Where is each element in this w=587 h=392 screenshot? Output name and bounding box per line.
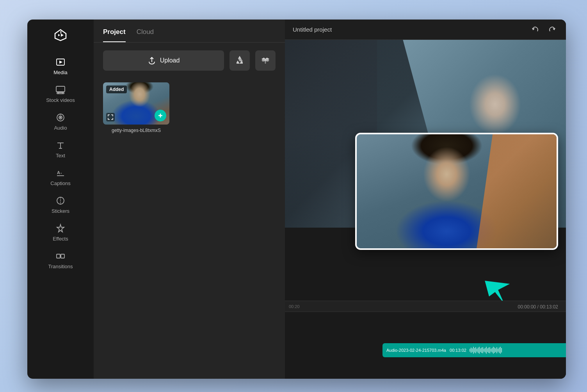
timeline-track-area: Audio-2023-02-24-215703.m4a 00:13:02 [285,312,566,379]
app-logo[interactable] [52,27,69,44]
expand-icon[interactable] [106,113,115,121]
fullscreen-icon [108,114,113,120]
svg-rect-4 [56,86,65,92]
cursor-arrow-shape [485,274,514,301]
sidebar-item-label-effects: Effects [53,236,68,242]
app-container: Media Stock videos Audio [27,20,566,379]
svg-text:A: A [57,170,60,175]
upload-icon [148,56,156,65]
logo-icon [53,28,68,42]
effects-icon [55,223,66,233]
add-to-timeline-button[interactable] [155,110,166,121]
sidebar-item-label-media: Media [53,69,67,75]
dropbox-button[interactable] [255,50,276,71]
floating-video-thumbnail[interactable] [355,133,558,250]
upload-button[interactable]: Upload [103,50,224,71]
header-actions [529,23,558,36]
tab-project[interactable]: Project [103,28,126,42]
svg-point-10 [60,117,61,118]
sidebar-item-label-text: Text [56,153,65,159]
google-drive-button[interactable] [229,50,250,71]
stock-videos-icon [55,85,66,95]
undo-icon [532,26,539,34]
media-icon [55,57,66,67]
sidebar: Media Stock videos Audio [27,20,94,379]
dropbox-icon [261,56,270,65]
upload-button-label: Upload [160,57,180,64]
audio-track[interactable]: Audio-2023-02-24-215703.m4a 00:13:02 [382,343,566,357]
svg-point-1 [60,31,62,32]
media-thumbnail[interactable]: Added [103,82,169,125]
time-display: 00:00:00 / 00:13:02 [518,304,558,310]
sidebar-item-label-transitions: Transitions [48,264,73,269]
svg-rect-21 [57,254,60,258]
plus-icon [157,112,164,119]
media-grid: Added [94,78,285,139]
preview-header: Untitled project [285,20,566,40]
captions-icon: A * [55,168,66,178]
svg-rect-5 [57,93,64,94]
undo-button[interactable] [529,23,542,36]
sidebar-item-media[interactable]: Media [27,52,94,80]
timeline-marker-20: 00:20 [289,304,300,309]
stickers-icon [55,196,66,206]
svg-rect-22 [61,254,64,258]
timeline-ruler: 00:00:00 / 00:13:02 00:20 [285,301,566,312]
sidebar-item-stock-videos[interactable]: Stock videos [27,80,94,108]
svg-text:*: * [60,172,62,176]
sidebar-item-audio[interactable]: Audio [27,108,94,135]
svg-marker-3 [59,61,62,64]
sidebar-item-text[interactable]: Text [27,135,94,163]
svg-marker-20 [57,225,64,232]
project-title: Untitled project [293,26,529,33]
sidebar-item-stickers[interactable]: Stickers [27,191,94,219]
redo-button[interactable] [546,23,558,36]
media-panel-tabs: Project Cloud [94,20,285,43]
audio-icon [55,112,66,123]
media-panel: Project Cloud Upload [94,20,285,379]
sidebar-item-label-stickers: Stickers [52,208,69,214]
sidebar-item-effects[interactable]: Effects [27,219,94,246]
google-drive-icon [235,56,244,65]
timeline-area: 00:00:00 / 00:13:02 00:20 Audio-2023-02-… [285,301,566,379]
media-item-name: getty-images-bL8txmxS [103,128,169,133]
redo-icon [548,26,556,34]
added-badge: Added [106,86,127,93]
audio-track-name: Audio-2023-02-24-215703.m4a 00:13:02 [386,348,466,353]
tab-cloud[interactable]: Cloud [137,28,154,42]
sidebar-item-label-stock: Stock videos [46,97,75,103]
audio-waveform [470,346,566,354]
sidebar-item-captions[interactable]: A * Captions [27,163,94,191]
preview-area: Untitled project [285,20,566,379]
transitions-icon [55,251,66,261]
upload-area: Upload [94,43,285,78]
media-item: Added [103,82,169,133]
sidebar-item-label-captions: Captions [50,180,70,186]
sidebar-item-label-audio: Audio [54,125,67,131]
text-icon [55,140,66,150]
sidebar-item-transitions[interactable]: Transitions [27,246,94,274]
preview-canvas [285,40,566,301]
